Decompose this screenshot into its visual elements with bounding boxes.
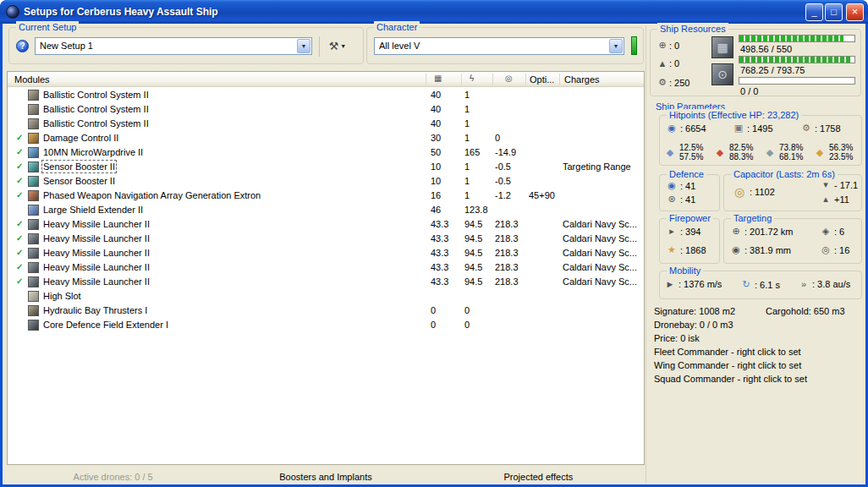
table-row[interactable]: High Slot [8, 289, 644, 304]
module-name[interactable]: Hydraulic Bay Thrusters I [43, 305, 147, 315]
opti-column-header[interactable]: Opti... [530, 74, 554, 85]
shield-boost-icon: ◉ [665, 180, 678, 191]
table-row[interactable]: Large Shield Extender II 46 123.8 [8, 203, 644, 217]
launcher-icon: ▲ [656, 58, 669, 68]
module-name[interactable]: Ballistic Control System II [43, 104, 149, 114]
wing-commander-text[interactable]: Wing Commander - right click to set [654, 358, 864, 372]
charges-cell: Caldari Navy Sc... [563, 262, 637, 272]
table-row[interactable]: ✓ Heavy Missile Launcher II 43.3 94.5 21… [8, 260, 644, 275]
table-row[interactable]: ✓ 10MN MicroWarpdrive II 50 165 -14.9 [8, 145, 644, 160]
capacitor-column-icon[interactable]: ◎ [505, 74, 513, 83]
character-select[interactable]: All level V ▼ [374, 37, 624, 55]
table-row[interactable]: ✓ Heavy Missile Launcher II 43.3 94.5 21… [8, 232, 644, 246]
speed-row: ► : 1376 m/s [663, 279, 722, 289]
table-row[interactable]: Core Defence Field Extender I 0 0 [8, 318, 644, 332]
column-separator [461, 74, 462, 85]
charges-cell: Caldari Navy Sc... [563, 219, 637, 229]
ship-resources-label: Ship Resources [657, 23, 728, 36]
module-name[interactable]: Ballistic Control System II [43, 118, 149, 129]
missile-launcher-icon [28, 248, 39, 259]
table-row[interactable]: Ballistic Control System II 40 1 [8, 102, 644, 117]
missile-launcher-icon [28, 262, 39, 273]
modules-header[interactable]: Modules ▦ ϟ ◎ Opti... Charges [8, 72, 644, 87]
pg-cell: 94.5 [464, 276, 482, 287]
column-separator [426, 74, 426, 85]
cpu-cell: 40 [431, 118, 441, 129]
structure-icon: ⚙ [799, 123, 813, 134]
active-check-icon: ✓ [16, 161, 25, 171]
active-check-icon: ✓ [16, 276, 25, 286]
cpu-column-icon[interactable]: ▦ [434, 74, 442, 83]
calibration-row: ⚙ : 250 [656, 77, 689, 88]
dronebay-text: Dronebay: 0 / 0 m3 [654, 318, 864, 331]
module-name[interactable]: Heavy Missile Launcher II [43, 248, 150, 258]
module-name[interactable]: 10MN MicroWarpdrive II [43, 147, 143, 157]
scan-resolution-icon: ◉ [729, 244, 743, 255]
module-name[interactable]: Core Defence Field Extender I [43, 320, 168, 330]
cpu-cell: 43.3 [431, 276, 448, 287]
module-name[interactable]: Sensor Booster II [43, 161, 115, 172]
cpu-cell: 0 [431, 320, 436, 330]
table-row[interactable]: ✓ Sensor Booster II 10 1 -0.5 [8, 174, 644, 189]
bay-thruster-icon [28, 305, 39, 316]
table-row[interactable]: ✓ Damage Control II 30 1 0 [8, 131, 644, 145]
close-button[interactable]: × [846, 3, 864, 21]
setup-select[interactable]: New Setup 1 ▼ [35, 37, 312, 55]
modules-panel: Modules ▦ ϟ ◎ Opti... Charges Ballistic … [7, 71, 645, 465]
module-name[interactable]: Heavy Missile Launcher II [43, 262, 150, 272]
sensor-strength-icon: ◎ [819, 244, 832, 255]
tab-boosters-implants[interactable]: Boosters and Implants [219, 468, 431, 485]
help-icon[interactable]: ? [16, 40, 29, 52]
missile-icon: ▸ [665, 226, 678, 237]
charges-column-header[interactable]: Charges [564, 74, 600, 85]
tab-projected-effects[interactable]: Projected effects [432, 468, 645, 485]
wrench-icon: ⚒ [329, 40, 339, 52]
module-name[interactable]: Damage Control II [43, 133, 118, 143]
table-row[interactable]: ✓ Heavy Missile Launcher II 43.3 94.5 21… [8, 217, 644, 232]
warp-speed-icon: » [797, 279, 810, 289]
module-name[interactable]: Heavy Missile Launcher II [43, 219, 150, 229]
table-row[interactable]: ✓ Phased Weapon Navigation Array Generat… [8, 189, 644, 203]
setup-tools-button[interactable]: ⚒ ▼ [324, 36, 351, 55]
mobility-group: Mobility ► : 1376 m/s ↻ : 6.1 s » : 3.8 … [659, 271, 862, 299]
module-name[interactable]: Ballistic Control System II [43, 90, 149, 100]
pg-cell: 1 [464, 133, 470, 143]
tab-active-drones[interactable]: Active drones: 0 / 5 [7, 468, 219, 485]
table-row[interactable]: Ballistic Control System II 40 1 [8, 88, 644, 102]
powergrid-column-icon[interactable]: ϟ [470, 74, 474, 83]
thermal-resist-icon: ◆ [713, 147, 727, 158]
shield-icon: ◉ [665, 123, 678, 134]
fleet-commander-text[interactable]: Fleet Commander - right click to set [654, 345, 864, 358]
table-row[interactable]: Hydraulic Bay Thrusters I 0 0 [8, 304, 644, 318]
chevron-down-icon[interactable]: ▼ [609, 39, 623, 53]
dronebay-usage-text: 0 / 0 [740, 86, 758, 96]
table-row[interactable]: Ballistic Control System II 40 1 [8, 117, 644, 131]
module-name[interactable]: Large Shield Extender II [43, 205, 143, 215]
squad-commander-text[interactable]: Squad Commander - right click to set [654, 372, 864, 386]
module-name[interactable]: Heavy Missile Launcher II [43, 276, 150, 287]
sensor-booster-icon [28, 176, 39, 187]
panel-divider[interactable] [646, 25, 646, 483]
sensor-strength-row: ◎ : 16 [819, 244, 849, 255]
module-name[interactable]: Sensor Booster II [43, 176, 115, 186]
module-name[interactable]: High Slot [43, 291, 81, 301]
pg-cell: 165 [464, 147, 480, 157]
missile-launcher-icon [28, 233, 39, 244]
table-row[interactable]: ✓ Heavy Missile Launcher II 43.3 94.5 21… [8, 275, 644, 289]
chevron-down-icon[interactable]: ▼ [297, 39, 310, 53]
thermal-armor-resist: 88.3% [729, 152, 753, 161]
window-title: Setups for Cerberus Heavy Assault Ship [24, 6, 218, 18]
module-name[interactable]: Heavy Missile Launcher II [43, 233, 150, 244]
structure-hp-value: : 1758 [815, 123, 841, 134]
module-name[interactable]: Phased Weapon Navigation Array Generatio… [43, 190, 261, 200]
capacitor-drain: - 17.1 [834, 180, 858, 190]
table-row[interactable]: ✓ Heavy Missile Launcher II 43.3 94.5 21… [8, 246, 644, 260]
defence-label: Defence [667, 168, 706, 181]
modules-column-header[interactable]: Modules [14, 74, 50, 85]
title-bar[interactable]: Setups for Cerberus Heavy Assault Ship _… [0, 0, 868, 24]
table-row[interactable]: ✓ Sensor Booster II 10 1 -0.5 Targeting … [8, 160, 644, 174]
turret-hardpoints: ⊕ : 0 [656, 40, 679, 51]
minimize-button[interactable]: _ [805, 3, 823, 21]
maximize-button[interactable]: □ [825, 3, 843, 21]
cpu-cell: 16 [431, 190, 441, 200]
